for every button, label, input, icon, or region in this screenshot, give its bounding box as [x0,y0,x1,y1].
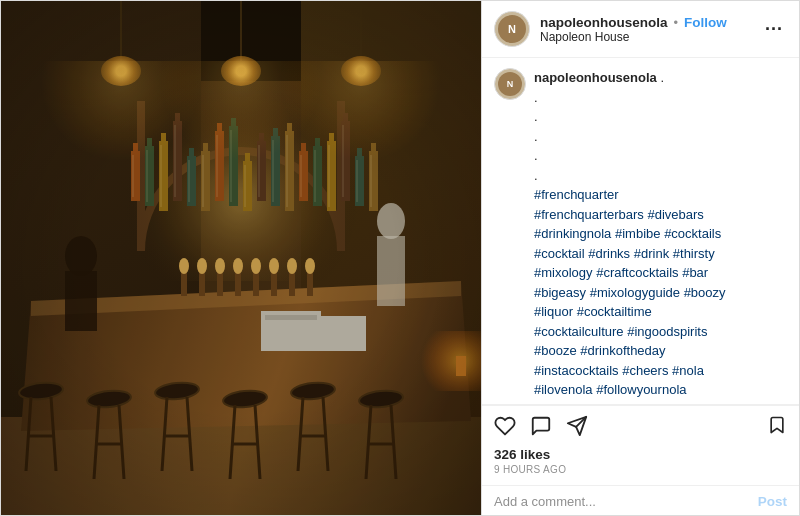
more-options-button[interactable]: ··· [761,19,787,40]
hashtag-cocktailtime[interactable]: #cocktailtime [577,304,652,319]
hashtag-drinks[interactable]: #drinks [588,246,630,261]
heart-icon [494,415,516,437]
hashtag-drinkingnola[interactable]: #drinkingnola [534,226,611,241]
share-button[interactable] [566,415,588,441]
post-header: N napoleonhousenola • Follow Napoleon Ho… [482,1,799,58]
add-comment-row: Post [482,485,799,516]
hashtag-frenchquarter[interactable]: #frenchquarter [534,187,619,202]
actions-bar: 326 likes 9 HOURS AGO [482,405,799,485]
hashtag-thirsty[interactable]: #thirsty [673,246,715,261]
header-subname: Napoleon House [540,30,751,44]
hashtag-followyournola[interactable]: #followyournola [596,382,686,397]
caption-username[interactable]: napoleonhousenola [534,70,657,85]
hashtag-mixologyguide[interactable]: #mixologyguide [590,285,680,300]
hashtag-ingoodspirits[interactable]: #ingoodspirits [627,324,707,339]
hashtag-nola[interactable]: #nola [672,363,704,378]
caption-comment: N napoleonhousenola . . . . . . #frenchq… [494,68,787,405]
hashtag-boozy[interactable]: #boozy [684,285,726,300]
author-avatar[interactable]: N [494,68,526,100]
hashtag-drink[interactable]: #drink [634,246,669,261]
post-time: 9 HOURS AGO [494,464,787,475]
header-username[interactable]: napoleonhousenola [540,15,668,30]
author-avatar-inner: N [498,72,522,96]
hashtag-instacocktails[interactable]: #instacocktails [534,363,619,378]
avatar-inner: N [498,15,526,43]
comment-icon [530,415,552,437]
hashtag-cheers[interactable]: #cheers [622,363,668,378]
caption-line1: . [534,90,538,105]
share-icon [566,415,588,437]
hashtag-craftcocktails[interactable]: #craftcocktails [596,265,678,280]
header-username-row: napoleonhousenola • Follow [540,15,751,30]
caption-line4: . [534,148,538,163]
bookmark-icon [767,414,787,436]
hashtag-bar[interactable]: #bar [682,265,708,280]
caption-line2: . [534,109,538,124]
post-comment-button[interactable]: Post [758,494,787,509]
avatar[interactable]: N [494,11,530,47]
post-image [1,1,481,516]
likes-count: 326 likes [494,447,787,462]
caption-line5: . [534,168,538,183]
hashtag-liquor[interactable]: #liquor [534,304,573,319]
header-user-info: napoleonhousenola • Follow Napoleon Hous… [540,15,751,44]
hashtag-booze[interactable]: #booze [534,343,577,358]
caption-line3: . [534,129,538,144]
action-icons-row [494,414,787,441]
hashtag-cocktail[interactable]: #cocktail [534,246,585,261]
hashtag-drinkoftheday[interactable]: #drinkoftheday [580,343,665,358]
hashtag-imbibe[interactable]: #imbibe [615,226,661,241]
header-dot: • [674,15,679,30]
comment-input[interactable] [494,494,750,509]
post-info-panel: N napoleonhousenola • Follow Napoleon Ho… [481,1,799,516]
bookmark-button[interactable] [767,414,787,441]
caption-text: napoleonhousenola . . . . . . #frenchqua… [534,68,787,400]
comment-button[interactable] [530,415,552,441]
caption-body: napoleonhousenola . . . . . . #frenchqua… [534,68,787,405]
hashtag-cocktailculture[interactable]: #cocktailculture [534,324,624,339]
hashtag-ilovenola[interactable]: #ilovenola [534,382,593,397]
caption-dot: . [660,70,664,85]
hashtag-mixology[interactable]: #mixology [534,265,593,280]
heart-button[interactable] [494,415,516,441]
comment-area: N napoleonhousenola . . . . . . #frenchq… [482,58,799,405]
hashtag-cocktails[interactable]: #cocktails [664,226,721,241]
hashtag-divebars[interactable]: #divebars [647,207,703,222]
hashtag-frenchquarterbars[interactable]: #frenchquarterbars [534,207,644,222]
follow-button[interactable]: Follow [684,15,727,30]
hashtag-bigeasy[interactable]: #bigeasy [534,285,586,300]
